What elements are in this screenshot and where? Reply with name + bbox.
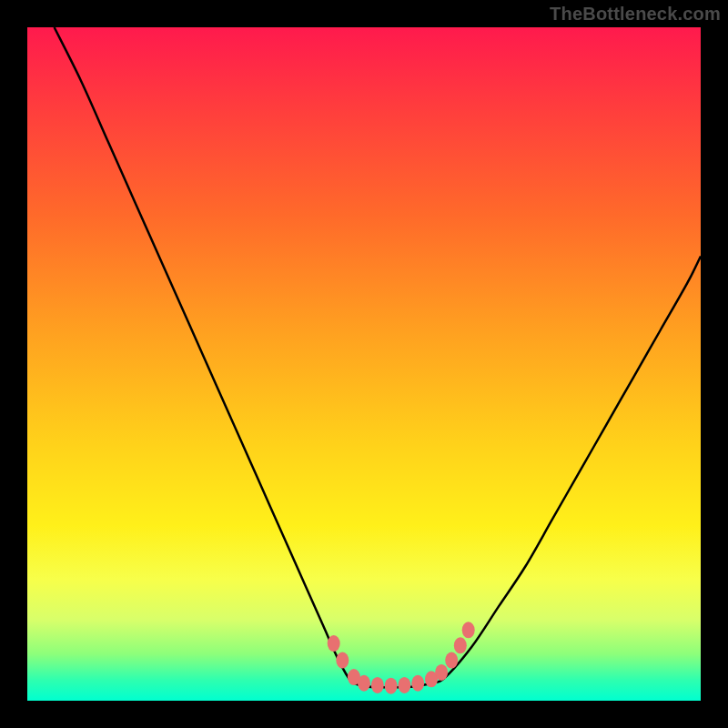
- valley-marker: [371, 677, 384, 693]
- valley-marker: [385, 678, 398, 694]
- attribution-label: TheBottleneck.com: [550, 4, 721, 25]
- valley-marker: [336, 652, 349, 669]
- valley-marker: [398, 677, 410, 693]
- valley-marker: [328, 635, 340, 652]
- valley-marker: [435, 664, 448, 681]
- bottleneck-curve: [27, 27, 701, 701]
- valley-marker: [358, 675, 370, 692]
- valley-marker: [445, 652, 458, 669]
- valley-marker: [462, 622, 475, 638]
- valley-markers: [328, 622, 475, 693]
- valley-marker: [454, 637, 467, 653]
- valley-marker: [411, 675, 424, 692]
- curve-path: [55, 27, 701, 687]
- plot-area: [27, 27, 701, 701]
- outer-frame: TheBottleneck.com: [0, 0, 728, 728]
